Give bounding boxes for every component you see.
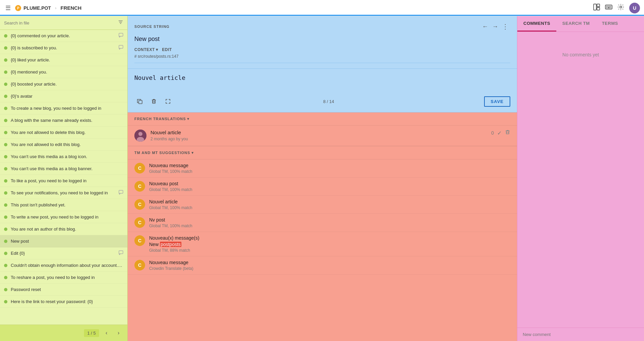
translation-input[interactable]: Nouvel article	[134, 74, 510, 91]
sidebar-item[interactable]: New post	[0, 235, 127, 247]
sidebar-item-label: You are not an author of this blog.	[11, 227, 123, 232]
suggestion-content-5[interactable]: Nouveau(x) message(s) New postposts Glob…	[149, 235, 510, 253]
approve-translation-button[interactable]: ✓	[497, 130, 502, 136]
sidebar-item[interactable]: This post isn't published yet.	[0, 199, 127, 211]
sidebar-item-label: You are not allowed to edit this blog.	[11, 142, 123, 147]
sidebar-item[interactable]: To see your notifications, you need to b…	[0, 187, 127, 199]
context-button[interactable]: CONTEXT ▾	[134, 47, 158, 52]
new-comment-input[interactable]	[523, 332, 639, 337]
delete-translation-item-button[interactable]	[505, 130, 510, 136]
layout-icon[interactable]	[593, 3, 600, 12]
topbar-actions: U	[593, 3, 640, 13]
sidebar-item-label: {0} mentioned you.	[11, 69, 123, 75]
translation-item: Nouvel article 2 months ago by you 0 ✓	[128, 126, 517, 146]
sidebar-item-dot	[4, 155, 7, 158]
suggestion-text-5: Nouveau(x) message(s)	[149, 235, 510, 241]
suggestion-logo-4: C	[134, 217, 145, 228]
svg-rect-5	[605, 5, 612, 9]
search-input[interactable]	[4, 20, 118, 26]
svg-text:C: C	[138, 202, 141, 207]
breadcrumb-separator: ›	[55, 5, 56, 10]
sidebar-item-label: You are not allowed to delete this blog.	[11, 130, 123, 135]
sidebar-search-bar	[0, 16, 127, 30]
source-prev-button[interactable]: ←	[480, 21, 490, 32]
sidebar-item[interactable]: Here is the link to reset your password:…	[0, 296, 127, 308]
sidebar-item[interactable]: To like a post, you need to be logged in	[0, 175, 127, 187]
tab-terms[interactable]: TERMS	[596, 16, 624, 32]
user-avatar[interactable]: U	[629, 3, 640, 13]
right-tabs: COMMENTS SEARCH TM TERMS	[517, 16, 644, 32]
sidebar-item[interactable]: You are not allowed to delete this blog.	[0, 127, 127, 139]
edit-button[interactable]: EDIT	[162, 47, 172, 52]
suggestion-content-6[interactable]: Nouveau message Crowdin Translate (beta)	[149, 260, 510, 271]
sidebar-item[interactable]: A blog with the same name already exists…	[0, 114, 127, 127]
sidebar-item-label: To create a new blog, you need to be log…	[11, 106, 123, 111]
sidebar-item-dot	[4, 264, 7, 267]
suggestion-meta-1: Global TM, 100% match	[149, 169, 510, 174]
suggestion-text-4: Nv post	[149, 217, 510, 223]
sidebar-item[interactable]: {0} is subscribed to you.	[0, 42, 127, 54]
sidebar-item-label: To see your notifications, you need to b…	[11, 190, 117, 195]
suggestions-header[interactable]: TM AND MT SUGGESTIONS ▾	[128, 146, 517, 159]
pagination-prev-button[interactable]: ‹	[102, 328, 111, 338]
suggestion-content-1[interactable]: Nouveau message Global TM, 100% match	[149, 163, 510, 174]
sidebar-item[interactable]: {0} mentioned you.	[0, 66, 127, 78]
sidebar-item-dot	[4, 131, 7, 134]
expand-button[interactable]	[163, 96, 173, 107]
sidebar-item-label: A blog with the same name already exists…	[11, 118, 123, 123]
svg-text:C: C	[138, 262, 141, 268]
sidebar-item[interactable]: {0} liked your article.	[0, 54, 127, 66]
save-button[interactable]: SAVE	[484, 96, 510, 107]
suggestion-meta-2: Global TM, 100% match	[149, 187, 510, 192]
suggestion-subtext-5: New postposts	[149, 242, 510, 247]
sidebar-item-label: Here is the link to reset your password:…	[11, 299, 123, 304]
sidebar-item[interactable]: You can't use this media as a blog banne…	[0, 163, 127, 175]
french-translations-header[interactable]: FRENCH TRANSLATIONS ▾	[128, 112, 517, 126]
translations-caret-icon: ▾	[187, 116, 189, 121]
sidebar-item[interactable]: To create a new blog, you need to be log…	[0, 102, 127, 114]
sidebar-item-label: New post	[11, 239, 123, 244]
sidebar-item[interactable]: You can't use this media as a blog icon.	[0, 151, 127, 163]
copy-source-button[interactable]	[134, 96, 145, 107]
menu-icon[interactable]: ☰	[4, 3, 12, 13]
suggestion-logo-6: C	[134, 260, 145, 271]
sidebar-item-label: {0} is subscribed to you.	[11, 45, 117, 50]
sidebar-item[interactable]: You are not allowed to edit this blog.	[0, 139, 127, 151]
sidebar-item[interactable]: To write a new post, you need to be logg…	[0, 211, 127, 223]
pagination-next-button[interactable]: ›	[114, 328, 123, 338]
sidebar-item-label: You can't use this media as a blog icon.	[11, 154, 123, 159]
svg-rect-17	[119, 33, 123, 36]
svg-rect-28	[506, 131, 509, 134]
no-comments-text: No comments yet	[562, 52, 599, 57]
suggestion-content-3[interactable]: Nouvel article Global TM, 100% match	[149, 199, 510, 210]
main-layout: {0} commented on your article.{0} is sub…	[0, 16, 644, 341]
sidebar-item-label: {0} boosted your article.	[11, 82, 123, 87]
french-translations-label: FRENCH TRANSLATIONS	[134, 117, 186, 121]
suggestion-item-5: C Nouveau(x) message(s) New postposts Gl…	[128, 232, 517, 256]
sidebar-item[interactable]: {0} commented on your article.	[0, 30, 127, 42]
sidebar-item[interactable]: To reshare a post, you need to be logged…	[0, 272, 127, 284]
sidebar-item[interactable]: Couldn't obtain enough information about…	[0, 259, 127, 272]
sidebar-item[interactable]: {0} boosted your article.	[0, 78, 127, 90]
app-logo: P PLUME.POT	[15, 5, 51, 11]
sidebar-item-dot	[4, 215, 7, 219]
sidebar-item-label: {0} commented on your article.	[11, 33, 117, 38]
sidebar-item-dot	[4, 228, 7, 231]
suggestion-content-2[interactable]: Nouveau post Global TM, 100% match	[149, 181, 510, 192]
sidebar-item[interactable]: Edit {0}	[0, 247, 127, 259]
delete-translation-button[interactable]	[148, 96, 159, 107]
source-next-button[interactable]: →	[490, 21, 500, 32]
source-more-button[interactable]: ⋮	[500, 21, 510, 32]
sidebar-item[interactable]: {0}'s avatar	[0, 90, 127, 102]
tab-comments[interactable]: COMMENTS	[517, 16, 556, 32]
tab-search-tm[interactable]: SEARCH TM	[556, 16, 596, 32]
translation-area: Nouvel article	[128, 69, 517, 112]
keyboard-icon[interactable]	[605, 3, 612, 12]
svg-rect-19	[119, 190, 123, 193]
sidebar-item[interactable]: Password reset	[0, 284, 127, 296]
suggestion-content-4[interactable]: Nv post Global TM, 100% match	[149, 217, 510, 228]
settings-icon[interactable]	[617, 3, 625, 12]
sidebar-item[interactable]: You are not an author of this blog.	[0, 223, 127, 235]
project-name: FRENCH	[60, 5, 82, 11]
filter-icon[interactable]	[118, 19, 123, 26]
